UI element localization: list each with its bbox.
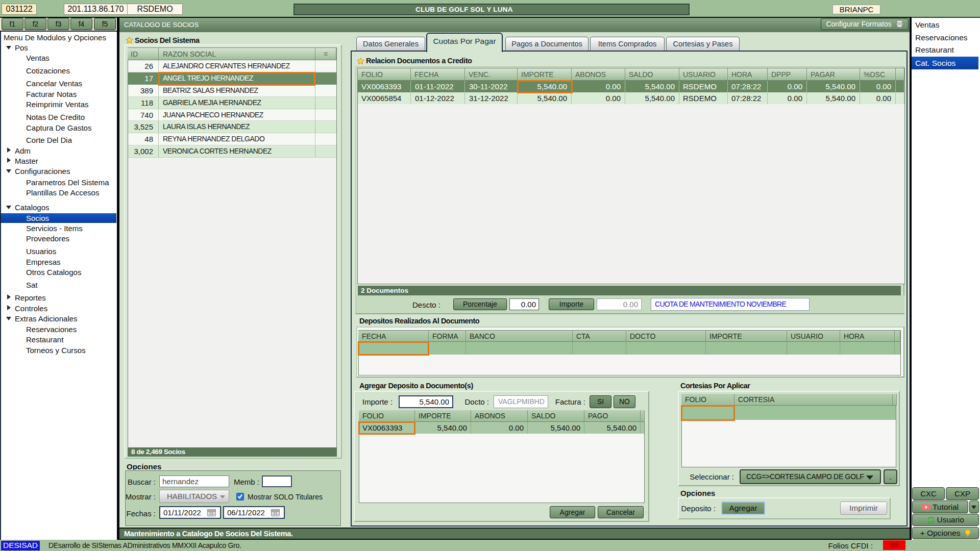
svg-text:31: 31 xyxy=(210,512,214,515)
svg-text:31: 31 xyxy=(274,512,278,515)
